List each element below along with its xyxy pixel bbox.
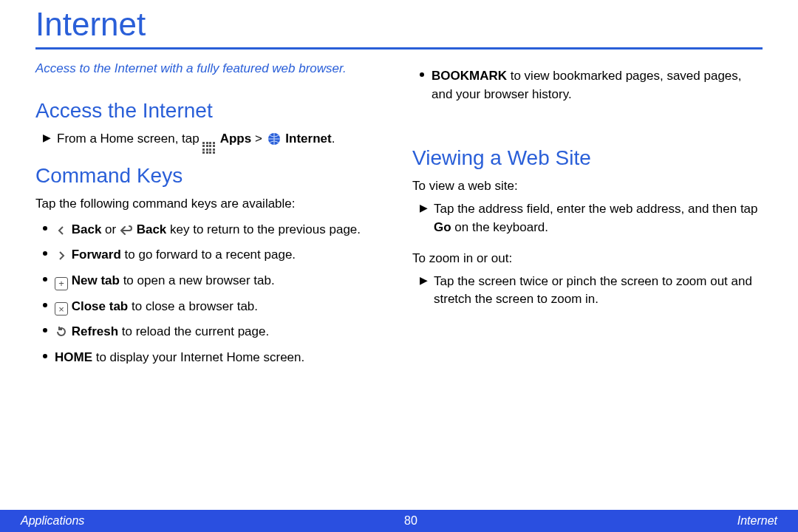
plus-icon: + — [55, 277, 68, 290]
step2-text: Tap the screen twice or pinch the screen… — [434, 273, 763, 309]
page-title: Internet — [35, 0, 763, 47]
back-chevron-icon — [55, 224, 68, 237]
apps-icon — [202, 142, 215, 154]
command-list: Back or Back key to return to the previo… — [43, 221, 386, 367]
cmd-tail: to close a browser tab. — [128, 299, 258, 313]
bullet-icon — [43, 328, 47, 332]
access-period: . — [332, 132, 335, 146]
bookmark-list: BOOKMARK to view bookmarked pages, saved… — [420, 67, 763, 103]
list-item: Back or Back key to return to the previo… — [43, 221, 386, 239]
globe-icon — [267, 132, 281, 146]
list-item: + New tab to open a new browser tab. — [43, 272, 386, 290]
internet-label: Internet — [285, 132, 331, 146]
list-item: BOOKMARK to view bookmarked pages, saved… — [420, 67, 763, 103]
viewing-p2: To zoom in or out: — [412, 250, 763, 268]
cmd-home-label: HOME — [55, 350, 92, 364]
bullet-icon — [43, 303, 47, 307]
back-arrow-icon — [120, 224, 133, 237]
bullet-icon — [43, 226, 47, 231]
cmd-tail: to display your Internet Home screen. — [92, 350, 304, 364]
cmd-tail: key to return to the previous page. — [166, 222, 361, 236]
footer-page-number: 80 — [404, 514, 417, 528]
bullet-icon — [43, 277, 47, 282]
step1-go: Go — [434, 220, 451, 234]
footer-left: Applications — [21, 514, 84, 528]
cmd-forward-label: Forward — [72, 248, 121, 262]
title-rule — [35, 47, 763, 50]
section-viewing-heading: Viewing a Web Site — [412, 146, 763, 170]
bullet-icon — [43, 251, 47, 256]
cmd-tail: to reload the current page. — [118, 324, 269, 338]
bullet-icon — [420, 72, 424, 77]
play-icon: ▶ — [420, 275, 428, 285]
access-text-prefix: From a Home screen, tap — [57, 132, 202, 146]
bookmark-label: BOOKMARK — [432, 69, 507, 83]
viewing-step2: ▶ Tap the screen twice or pinch the scre… — [420, 273, 763, 309]
forward-chevron-icon — [55, 249, 68, 262]
cmd-refresh-label: Refresh — [72, 324, 118, 338]
apps-label: Apps — [220, 132, 252, 146]
footer-right: Internet — [737, 514, 777, 528]
refresh-icon — [55, 325, 68, 338]
list-item: Refresh to reload the current page. — [43, 323, 386, 341]
command-lead: Tap the following command keys are avail… — [35, 195, 386, 214]
section-command-heading: Command Keys — [35, 164, 386, 188]
list-item: × Close tab to close a browser tab. — [43, 298, 386, 316]
step1-a: Tap the address field, enter the web add… — [434, 202, 758, 216]
cmd-closetab-label: Close tab — [72, 299, 129, 313]
list-item: HOME to display your Internet Home scree… — [43, 349, 386, 367]
step1-b: on the keyboard. — [451, 220, 548, 234]
cmd-newtab-label: New tab — [72, 273, 120, 287]
viewing-p1: To view a web site: — [412, 177, 763, 196]
page-footer: Applications 80 Internet — [0, 510, 798, 532]
cmd-tail: to go forward to a recent page. — [121, 248, 296, 262]
bullet-icon — [43, 354, 47, 358]
access-step: ▶ From a Home screen, tap Apps > Interne… — [43, 130, 386, 154]
play-icon: ▶ — [420, 202, 428, 213]
close-icon: × — [55, 302, 68, 316]
list-item: Forward to go forward to a recent page. — [43, 246, 386, 265]
cmd-mid: or — [101, 222, 120, 236]
cmd-back2-label: Back — [137, 222, 167, 236]
access-sep: > — [255, 132, 266, 146]
intro-text: Access to the Internet with a fully feat… — [35, 60, 386, 78]
play-icon: ▶ — [43, 132, 51, 143]
cmd-tail: to open a new browser tab. — [120, 273, 275, 287]
cmd-back-label: Back — [72, 222, 102, 236]
viewing-step1: ▶ Tap the address field, enter the web a… — [420, 200, 763, 236]
section-access-heading: Access the Internet — [35, 99, 386, 123]
